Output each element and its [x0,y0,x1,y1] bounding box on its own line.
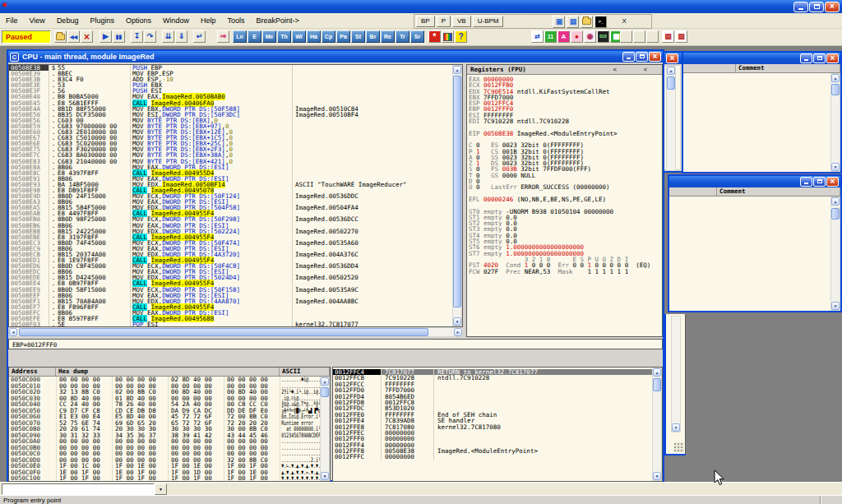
menu-item-options[interactable]: Options [120,16,157,25]
bp-toolbar-close-button[interactable]: X [617,16,631,27]
close-button[interactable] [649,52,661,62]
column-header-blank[interactable] [669,187,717,196]
maximize-button[interactable] [813,53,826,63]
menu-item-help[interactable]: Help [195,16,222,25]
toolbar-button[interactable]: ▤ [675,30,687,43]
disasm-row[interactable]: 00508EE9.8B0D 58F15000MOV ECX,DWORD PTR … [9,287,462,293]
register-line[interactable]: T 0 GS 0000 NULL [467,173,662,178]
stack-row[interactable]: 0012FFEC00000000 [333,430,662,436]
dump-row[interactable]: 0050C03000 8D 40 0001 8D 40 0000 00 00 0… [9,395,330,402]
register-line[interactable]: EDI 7C910228 ntdll.7C910228 [467,118,662,124]
register-line[interactable]: EFL 00000246 (NO,NB,E,BE,NS,PE,GE,LE) [467,197,662,202]
registers-pane-buttons[interactable]: < < [613,66,659,73]
stack-row[interactable]: 0012FFDC853D1020 [333,405,662,411]
minimize-button[interactable] [800,177,812,187]
register-line[interactable]: O 0 LastErr ERROR_SUCCESS (00000000) [467,184,662,190]
close-button[interactable] [826,53,839,63]
close-button[interactable] [825,2,840,12]
toolbar-button[interactable]: ◉ [584,30,596,43]
toolbar-button[interactable]: ● [571,30,583,43]
bp-toolbar-button-p[interactable]: P [437,16,451,27]
disasm-row[interactable]: 00508E3B.83C4 F0ADD ESP,-10 [9,76,462,82]
column-header-comment[interactable]: Comment [736,64,840,72]
disasm-row[interactable]: 00508EB0.8B0D 98F25000MOV ECX,DWORD PTR … [9,216,462,222]
dump-row[interactable]: 0050C02032 13 8B C002 00 8B C000 8D 40 0… [9,389,330,395]
maximize-button[interactable] [636,52,648,62]
background-window-scrollbar[interactable] [666,66,676,171]
toolbar-button[interactable]: ▤ [567,16,579,28]
toolbar-window-button-cp[interactable]: Cp [322,30,335,43]
stack-row[interactable]: 0012FFE0FFFFFFFFEnd of SEH chain [333,412,662,418]
dump-column-hex[interactable]: Hex dump [56,368,280,376]
toolbar-button[interactable]: 010 [597,30,609,43]
menu-item-file[interactable]: File [0,16,24,25]
dump-column-ascii[interactable]: ASCII [280,368,330,376]
toolbar-button[interactable]: ⇓ [175,30,187,43]
disasm-row[interactable]: 00508E38$55PUSH EBP [9,65,462,71]
background-window-close-button[interactable] [666,53,678,63]
toolbar-window-button-sr[interactable]: Sr [410,30,424,43]
toolbar-button[interactable]: A [557,30,570,43]
disassembly-vscrollbar[interactable] [452,65,462,326]
toolbar-button[interactable]: ⇄ [531,30,544,43]
toolbar-button[interactable]: ↵ [193,30,206,43]
stack-pane[interactable]: 0012FFC47C817077RETURN to kernel32.7C817… [332,367,663,482]
disasm-row[interactable]: 00508F03.5EPOP ESIkernel32.7C817077 [9,321,462,327]
registers-pane[interactable]: Registers (FPU) < < EAX 00000000ECX 0012… [466,64,663,337]
stack-row[interactable]: 0012FFF000000000 [333,436,662,442]
dump-row[interactable]: 0050C060E1 E3 00 E4E5 8D 40 0045 72 72 6… [9,414,330,420]
toolbar-blank-button[interactable] [646,30,659,43]
cpu-window-titlebar[interactable]: C CPU - main thread, module ImageRed [8,51,663,62]
dump-row[interactable]: 0050C09030 31 32 3334 35 36 3738 39 41 4… [9,432,330,439]
stack-row[interactable]: 0012FFC87C910228ntdll.7C910228 [333,375,662,381]
toolbar-window-button-e[interactable]: E [248,30,261,43]
comment-window-top-titlebar[interactable] [683,53,840,64]
stack-row[interactable]: 0012FFF800508E38ImageRed.<ModuleEntryPoi… [333,448,662,454]
toolbar-button[interactable]: ▮▮ [113,30,125,43]
toolbar-button[interactable]: ▣ [553,16,565,28]
toolbar-button[interactable]: ↷ [144,30,156,43]
toolbar-button[interactable]: ◀◀ [67,30,80,43]
comment-window-top[interactable]: Comment [682,51,842,173]
command-dropdown-button[interactable] [155,483,167,495]
background-window-scrollbar[interactable] [671,316,681,432]
menu-item-debug[interactable]: Debug [51,16,85,25]
dump-row[interactable]: 0050C0B000 00 00 0000 00 00 0000 00 00 0… [9,445,330,451]
stack-row[interactable]: 0012FFD80012FFC8 [333,400,662,405]
dump-row[interactable]: 0050C00000 00 00 0000 00 00 0002 8D 40 0… [9,377,330,383]
bp-toolbar-button-vb[interactable]: VB [452,16,471,27]
dump-vscrollbar[interactable] [320,377,330,481]
dump-row[interactable]: 0050C0A000 00 00 0000 00 00 0000 00 00 0… [9,438,330,445]
stack-row[interactable]: 0012FFFC00000000 [333,454,662,460]
bp-toolbar-button-u-bpm[interactable]: U-BPM [473,16,504,27]
minimize-button[interactable] [793,2,808,12]
minimize-button[interactable] [622,52,635,62]
dump-row[interactable]: 0050C0F01E 00 1F 001E 00 1F 001F 00 1D 0… [9,469,330,476]
disassembly-pane[interactable]: 00508E38$55PUSH EBP00508E39.8BECMOV EBP,… [8,64,463,327]
dump-column-address[interactable]: Address [9,368,56,376]
menu-item-breakpoint[interactable]: BreakPoint-> [251,16,305,25]
disasm-row[interactable]: 00508ED6.8B0D C8F45000MOV ECX,DWORD PTR … [9,263,462,269]
disasm-row[interactable]: 00508E9D.8B0D 24F15000MOV ECX,DWORD PTR … [9,193,462,199]
toolbar-window-button-me[interactable]: Me [262,30,276,43]
comment-window-middle[interactable]: Comment [668,174,842,312]
minimize-button[interactable] [800,53,812,63]
restore-button[interactable] [809,2,824,12]
toolbar-button[interactable]: * [428,30,441,43]
toolbar-button[interactable]: 11 [544,30,557,43]
column-header-comment[interactable]: Comment [717,187,840,196]
menu-item-tools[interactable]: Tools [222,16,251,25]
dump-row[interactable]: 0050C050C9 D7 CF C8CD CE DB D8DA D9 CA D… [9,408,330,414]
menu-item-window[interactable]: Window [157,16,195,25]
menu-item-view[interactable]: View [24,16,51,25]
disasm-row[interactable]: 00508E3E.53PUSH EBX [9,82,462,88]
register-line[interactable]: EIP 00508E38 ImageRed.<ModuleEntryPoint> [467,131,662,136]
toolbar-window-button-re[interactable]: Re [381,30,395,43]
dump-row[interactable]: 0050C0E01F 00 1C 001F 00 1E 001F 00 1E 0… [9,463,330,469]
toolbar-button[interactable]: ↧ [131,30,143,43]
toolbar-window-button-st[interactable]: St [351,30,365,43]
comment-window-scrollbar[interactable] [830,197,840,311]
toolbar-button[interactable]: ▶ [99,30,112,43]
toolbar-button[interactable]: ▤ [662,30,674,43]
close-button[interactable] [826,177,839,187]
